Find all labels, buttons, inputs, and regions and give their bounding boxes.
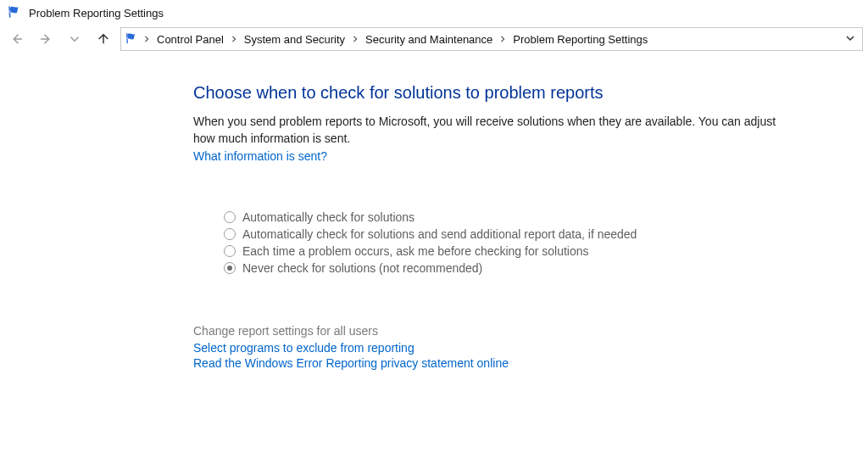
address-bar[interactable]: Control Panel System and Security Securi… <box>120 27 863 51</box>
back-button[interactable] <box>5 27 29 51</box>
chevron-right-icon[interactable] <box>229 36 239 42</box>
option-label: Each time a problem occurs, ask me befor… <box>242 244 589 258</box>
flag-icon <box>125 32 138 46</box>
option-auto-check[interactable]: Automatically check for solutions <box>224 210 793 224</box>
chevron-right-icon[interactable] <box>142 36 152 42</box>
chevron-right-icon[interactable] <box>498 36 508 42</box>
forward-button[interactable] <box>34 27 58 51</box>
breadcrumb-item[interactable]: Control Panel <box>153 31 227 48</box>
titlebar: Problem Reporting Settings <box>0 0 868 24</box>
chevron-right-icon[interactable] <box>350 36 360 42</box>
option-never-check[interactable]: Never check for solutions (not recommend… <box>224 261 793 275</box>
address-dropdown-button[interactable] <box>842 33 859 46</box>
breadcrumb-item[interactable]: Security and Maintenance <box>362 31 496 48</box>
privacy-statement-link[interactable]: Read the Windows Error Reporting privacy… <box>193 356 793 370</box>
radio-icon <box>224 211 236 223</box>
radio-icon <box>224 262 236 274</box>
up-button[interactable] <box>92 27 115 51</box>
options-group: Automatically check for solutions Automa… <box>224 210 793 275</box>
info-link[interactable]: What information is sent? <box>193 149 327 163</box>
breadcrumb-item[interactable]: System and Security <box>241 31 348 48</box>
footer-links: Change report settings for all users Sel… <box>193 324 793 370</box>
page-heading: Choose when to check for solutions to pr… <box>193 83 793 103</box>
breadcrumb-item[interactable]: Problem Reporting Settings <box>509 31 651 48</box>
flag-icon <box>7 5 22 20</box>
navbar: Control Panel System and Security Securi… <box>0 24 868 56</box>
option-label: Automatically check for solutions and se… <box>242 227 637 241</box>
option-ask-each-time[interactable]: Each time a problem occurs, ask me befor… <box>224 244 793 258</box>
page-description: When you send problem reports to Microso… <box>193 113 793 148</box>
content-area: Choose when to check for solutions to pr… <box>0 56 814 390</box>
radio-icon <box>224 245 236 257</box>
recent-dropdown-button[interactable] <box>63 27 86 51</box>
option-label: Automatically check for solutions <box>242 210 415 224</box>
option-label: Never check for solutions (not recommend… <box>242 261 482 275</box>
change-all-users-label: Change report settings for all users <box>193 324 793 338</box>
exclude-programs-link[interactable]: Select programs to exclude from reportin… <box>193 341 793 355</box>
window-title: Problem Reporting Settings <box>29 7 164 20</box>
option-auto-check-send[interactable]: Automatically check for solutions and se… <box>224 227 793 241</box>
radio-icon <box>224 228 236 240</box>
